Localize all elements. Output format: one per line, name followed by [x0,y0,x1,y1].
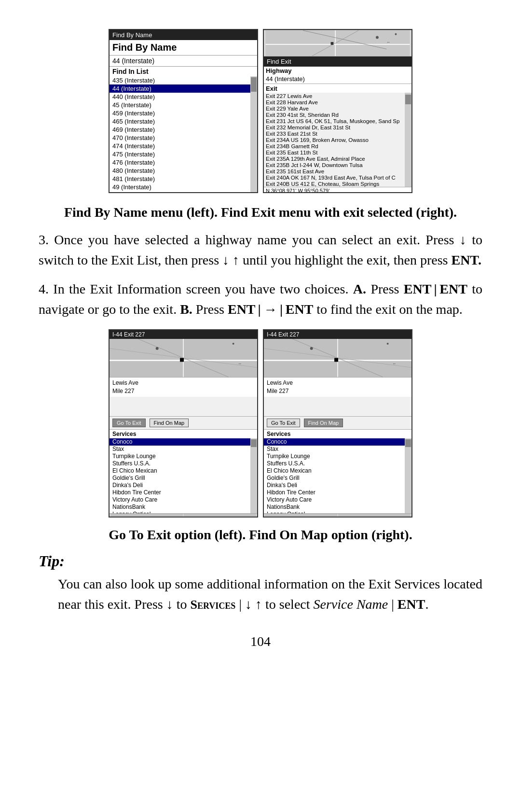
exit-item[interactable]: Exit 234A US 169, Broken Arrow, Owasso [264,137,405,143]
list-item[interactable]: 476 (Interstate) [110,158,250,167]
exit-label: Exit [264,84,411,93]
find-on-map-button-right[interactable]: Find On Map [304,419,343,427]
scrollbar-thumb[interactable] [251,77,257,92]
services-list-left[interactable]: Conoco Stax Turnpike Lounge Stuffers U.S… [110,438,257,513]
service-item[interactable]: Goldie's Grill [110,475,250,482]
exit-item[interactable]: Exit 228 Harvard Ave [264,99,405,105]
exit-item[interactable]: Exit 234B Garnett Rd [264,143,405,149]
svg-point-27 [310,347,313,350]
list-item[interactable]: 470 (Interstate) [110,134,250,142]
scrollbar-thumb[interactable] [405,439,411,447]
exit-item[interactable]: Exit 229 Yale Ave [264,105,405,112]
services-scrollbar-left[interactable] [250,438,257,513]
services-header-left: Services [110,430,257,438]
find-by-name-list[interactable]: 435 (Interstate) 44 (Interstate) 440 (In… [110,76,257,193]
service-item[interactable]: Victory Auto Care [110,496,250,504]
divider [264,84,411,84]
paragraph-2: 4. In the Exit Information screen you ha… [39,279,482,320]
list-item[interactable]: 440 (Interstate) [110,93,250,101]
find-exit-top-map: ↔ [264,30,411,56]
service-item[interactable]: Victory Auto Care [264,496,405,504]
service-item[interactable]: Goldie's Grill [264,475,405,482]
service-item[interactable]: Dinka's Deli [264,482,405,489]
services-scrollbar-right[interactable] [405,438,411,513]
list-item[interactable]: 480 (Interstate) [110,167,250,175]
exit-item[interactable]: Exit 233 East 21st St [264,130,405,137]
exit-info-top-bar-left: I-44 Exit 227 [110,330,257,339]
scrollbar[interactable] [250,76,257,193]
svg-text:↔: ↔ [238,362,242,366]
service-item[interactable]: NationsBank [264,504,405,511]
find-in-list-label: Find In List [110,67,257,76]
list-item[interactable]: 469 (Interstate) [110,126,250,134]
service-item[interactable]: El Chico Mexican [264,467,405,475]
list-item[interactable]: 481 (Interstate) [110,175,250,183]
bottom-map-left [110,513,257,518]
exit-item[interactable]: Exit 235 161st East Ave [264,168,405,174]
service-item[interactable]: Conoco [110,438,250,446]
exit-item[interactable]: Exit 240B US 412 E, Choteau, Siloam Spri… [264,181,405,187]
scrollbar-thumb[interactable] [251,439,257,447]
exit-info-map-right: ↔ [264,339,411,378]
exit-item[interactable]: Exit 232 Memorial Dr, East 31st St [264,124,405,130]
service-item[interactable]: Hibdon Tire Center [264,489,405,496]
service-item[interactable]: Turnpike Lounge [110,453,250,460]
service-item[interactable]: Stuffers U.S.A. [264,460,405,467]
exit-item[interactable]: Exit 235A 129th Ave East, Admiral Place [264,155,405,162]
go-to-exit-button-right[interactable]: Go To Exit [267,419,300,427]
highway-value: 44 (Interstate) [264,75,411,83]
find-on-map-button-left[interactable]: Find On Map [150,419,189,427]
service-item[interactable]: NationsBank [110,504,250,511]
service-item[interactable]: Turnpike Lounge [264,453,405,460]
list-item[interactable]: 465 (Interstate) [110,117,250,126]
list-item[interactable]: 475 (Interstate) [110,150,250,158]
list-item[interactable]: 474 (Interstate) [110,142,250,150]
service-item[interactable]: Stax [264,446,405,453]
svg-text:↔: ↔ [386,40,390,44]
list-item[interactable]: 435 (Interstate) [110,76,250,84]
go-to-exit-button-left[interactable]: Go To Exit [112,419,146,427]
svg-point-7 [395,33,397,35]
exit-info-buttons-right[interactable]: Go To Exit Find On Map [264,416,411,430]
exit-item[interactable]: Exit 227 Lewis Ave [264,93,405,99]
exit-list[interactable]: Exit 227 Lewis Ave Exit 228 Harvard Ave … [264,93,411,187]
service-item[interactable]: Dinka's Deli [110,482,250,489]
exit-info-top-bar-right: I-44 Exit 227 [264,330,411,339]
exit-info-buttons-left[interactable]: Go To Exit Find On Map [110,416,257,430]
caption-bottom: Go To Exit option (left). Find On Map op… [39,527,482,543]
find-exit-screen: ↔ Find Exit Highway 44 (Interstate) Exit… [263,29,412,193]
list-item[interactable]: 49 (Interstate) [110,183,250,191]
services-list-right[interactable]: Conoco Stax Turnpike Lounge Stuffers U.S… [264,438,411,513]
service-item[interactable]: Hibdon Tire Center [110,489,250,496]
services-header-right: Services [264,430,411,438]
exit-item[interactable]: Exit 235 East 11th St [264,149,405,155]
find-exit-section: Highway 44 (Interstate) Exit [264,67,411,93]
list-item-selected[interactable]: 44 (Interstate) [110,84,250,93]
tip-section: Tip: You can also look up some additiona… [39,552,482,615]
svg-text:↔: ↔ [393,362,397,366]
list-item[interactable]: 459 (Interstate) [110,109,250,117]
exit-item[interactable]: Exit 231 Jct US 64, OK 51, Tulsa, Muskog… [264,118,405,124]
exit-item[interactable]: Exit 230 41st St, Sheridan Rd [264,112,405,118]
find-by-name-screen: Find By Name Find By Name 44 (Interstate… [109,29,258,193]
list-item[interactable]: 45 (Interstate) [110,101,250,109]
find-by-name-header-bar: Find By Name [110,30,257,40]
scrollbar-thumb[interactable] [405,95,411,104]
scrollbar-right[interactable] [405,93,411,187]
exit-location-left: Lewis Ave Mile 227 [110,378,257,397]
service-items-left: Conoco Stax Turnpike Lounge Stuffers U.S… [110,438,250,513]
find-by-name-input: 44 (Interstate) [110,55,257,67]
tip-title: Tip: [39,552,482,570]
service-item[interactable]: Stuffers U.S.A. [110,460,250,467]
exit-item[interactable]: Exit 240A OK 167 N, 193rd East Ave, Tuls… [264,174,405,181]
service-item[interactable]: Stax [110,446,250,453]
svg-point-28 [387,343,389,345]
bottom-map-right [264,513,411,518]
exit-info-screen-left: I-44 Exit 227 ↔ Lewis Ave Mile 227 Go To… [109,329,258,518]
exit-location-right: Lewis Ave Mile 227 [264,378,411,397]
service-item[interactable]: Conoco [264,438,405,446]
service-item[interactable]: El Chico Mexican [110,467,250,475]
bottom-screenshots: I-44 Exit 227 ↔ Lewis Ave Mile 227 Go To… [39,329,482,518]
exit-item[interactable]: Exit 235B Jct I-244 W, Downtown Tulsa [264,162,405,168]
list-item[interactable]: 490 (Interstate) [110,191,250,193]
